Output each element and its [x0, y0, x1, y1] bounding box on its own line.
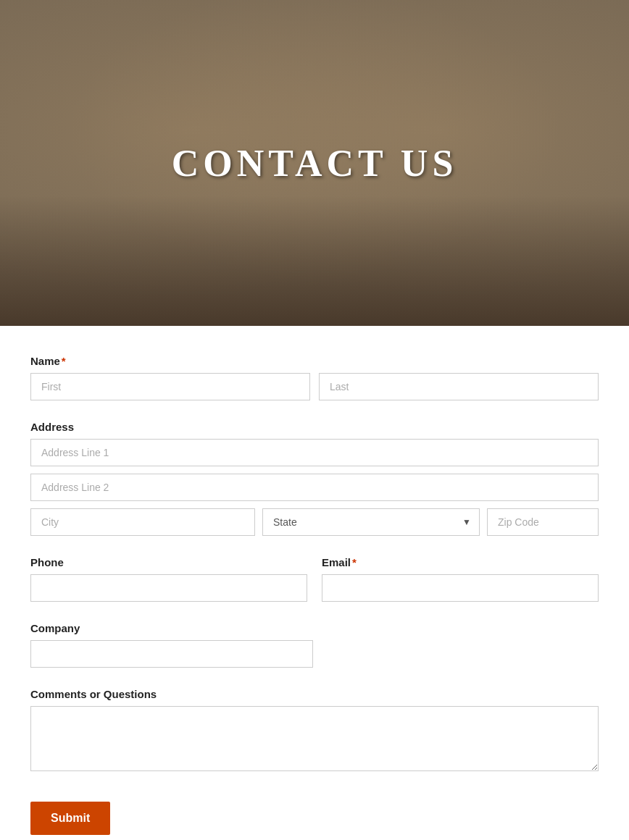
contact-form-section: Name* Address StateALAKAZARCACOCTDEFLGAH… [0, 326, 629, 840]
first-name-input[interactable] [30, 373, 310, 400]
phone-input[interactable] [30, 574, 307, 602]
comments-textarea[interactable] [30, 706, 599, 771]
name-group: Name* [30, 355, 599, 400]
hero-title: CONTACT US [172, 142, 458, 185]
state-select[interactable]: StateALAKAZARCACOCTDEFLGAHIIDILINIAKSKYL… [262, 508, 480, 536]
comments-label: Comments or Questions [30, 688, 599, 700]
address-group: Address StateALAKAZARCACOCTDEFLGAHIIDILI… [30, 421, 599, 536]
last-name-input[interactable] [319, 373, 599, 400]
address-line1-input[interactable] [30, 439, 599, 466]
address-bottom-row: StateALAKAZARCACOCTDEFLGAHIIDILINIAKSKYL… [30, 508, 599, 536]
address-line2-input[interactable] [30, 474, 599, 501]
zip-input[interactable] [487, 508, 599, 536]
hero-section: CONTACT US [0, 0, 629, 326]
name-label: Name* [30, 355, 599, 367]
email-required: * [352, 556, 357, 568]
phone-group: Phone [30, 556, 307, 602]
phone-label: Phone [30, 556, 307, 568]
address-label: Address [30, 421, 599, 433]
email-label: Email* [322, 556, 599, 568]
email-input[interactable] [322, 574, 599, 602]
email-group: Email* [322, 556, 599, 602]
company-label: Company [30, 622, 599, 634]
company-group: Company [30, 622, 599, 668]
city-input[interactable] [30, 508, 255, 536]
name-input-row [30, 373, 599, 400]
phone-email-row: Phone Email* [30, 556, 599, 602]
submit-button[interactable]: Submit [30, 802, 110, 835]
address-stack: StateALAKAZARCACOCTDEFLGAHIIDILINIAKSKYL… [30, 439, 599, 536]
company-input[interactable] [30, 640, 313, 668]
comments-group: Comments or Questions [30, 688, 599, 774]
state-select-wrapper: StateALAKAZARCACOCTDEFLGAHIIDILINIAKSKYL… [262, 508, 480, 536]
name-required: * [62, 355, 66, 367]
